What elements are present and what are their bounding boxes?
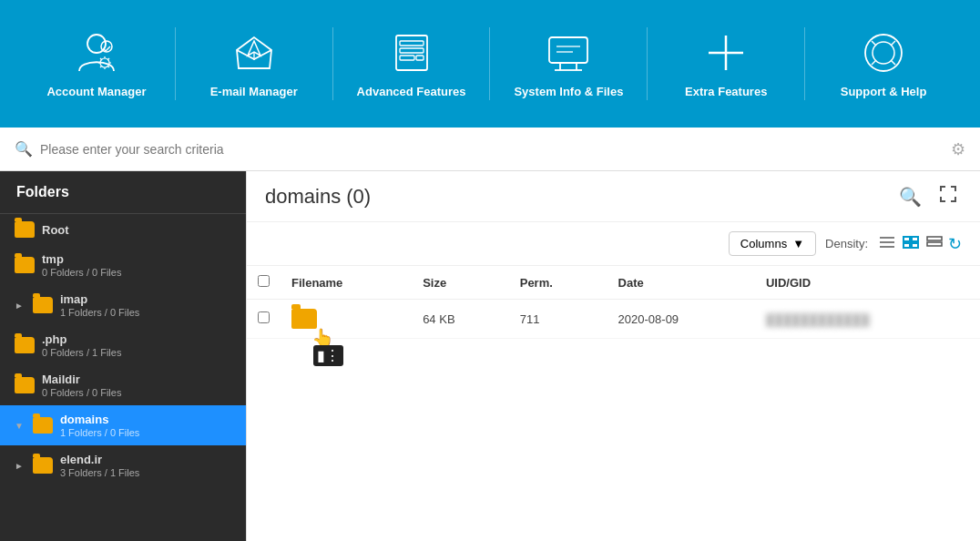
settings-icon[interactable]: ⚙ bbox=[951, 139, 965, 159]
folder-text-imap: imap 1 Folders / 0 Files bbox=[60, 292, 237, 318]
chevron-down-icon-domains: ▼ bbox=[15, 421, 24, 431]
file-header-actions: 🔍 bbox=[895, 182, 962, 210]
cell-date: 2020-08-09 bbox=[607, 300, 755, 339]
columns-dropdown-icon: ▼ bbox=[792, 237, 804, 250]
nav-item-extra-features-label: Extra Features bbox=[685, 85, 767, 100]
search-input[interactable] bbox=[40, 142, 951, 157]
folder-sub-php: 0 Folders / 1 Files bbox=[42, 347, 237, 358]
cell-filename: 👆 ▮⋮ bbox=[281, 300, 412, 339]
folder-title-count: (0) bbox=[346, 185, 371, 208]
folder-name-imap: imap bbox=[60, 292, 237, 306]
sidebar-item-imap[interactable]: ► imap 1 Folders / 0 Files bbox=[0, 285, 246, 325]
density-label: Density: bbox=[825, 237, 868, 250]
folder-text-domains: domains 1 Folders / 0 Files bbox=[60, 413, 237, 438]
files-table: Filename Size Perm. Date UID/GID 👆 bbox=[247, 266, 980, 339]
cell-uid: ▓▓▓▓▓▓▓▓▓▓▓▓ bbox=[755, 300, 980, 339]
svg-rect-16 bbox=[400, 48, 424, 53]
sidebar-item-tmp[interactable]: tmp 0 Folders / 0 Files bbox=[0, 245, 246, 285]
account-manager-icon bbox=[72, 28, 121, 77]
nav-item-email-manager[interactable]: E-mail Manager bbox=[176, 28, 332, 100]
file-table: Filename Size Perm. Date UID/GID 👆 bbox=[247, 266, 980, 541]
folder-text-elend: elend.ir 3 Folders / 1 Files bbox=[60, 453, 237, 478]
sidebar-item-php[interactable]: .php 0 Folders / 1 Files bbox=[0, 325, 246, 365]
folder-cell: 👆 ▮⋮ bbox=[291, 309, 401, 329]
email-manager-icon bbox=[230, 28, 279, 77]
svg-rect-17 bbox=[400, 56, 414, 60]
svg-rect-40 bbox=[927, 237, 942, 240]
density-compact-button[interactable] bbox=[877, 234, 897, 254]
col-header-date: Date bbox=[607, 266, 755, 300]
sidebar-item-domains[interactable]: ▼ domains 1 Folders / 0 Files bbox=[0, 405, 246, 445]
cell-perm: 711 bbox=[509, 300, 607, 339]
columns-button[interactable]: Columns ▼ bbox=[729, 231, 816, 256]
nav-item-account-manager[interactable]: Account Manager bbox=[18, 28, 175, 100]
col-header-perm: Perm. bbox=[509, 266, 607, 300]
folder-icon-domains bbox=[33, 417, 53, 434]
columns-label: Columns bbox=[740, 237, 787, 250]
folder-icon-php bbox=[15, 337, 35, 353]
search-icon: 🔍 bbox=[15, 140, 33, 158]
svg-rect-41 bbox=[927, 242, 942, 246]
col-header-filename: Filename bbox=[281, 266, 412, 300]
folder-sub-elend: 3 Folders / 1 Files bbox=[60, 467, 237, 478]
nav-item-extra-features[interactable]: Extra Features bbox=[648, 28, 804, 100]
svg-point-27 bbox=[865, 35, 902, 71]
folder-icon-root bbox=[15, 221, 35, 238]
nav-item-account-manager-label: Account Manager bbox=[46, 85, 146, 100]
fullscreen-button[interactable] bbox=[934, 182, 962, 210]
nav-item-system-info[interactable]: System Info & Files bbox=[490, 28, 647, 100]
svg-line-9 bbox=[107, 58, 109, 60]
svg-rect-37 bbox=[912, 237, 918, 241]
sidebar: Folders Root tmp 0 Folders / 0 Files ► i… bbox=[0, 171, 246, 541]
mobile-icon: ▮⋮ bbox=[313, 345, 343, 366]
chevron-right-icon-imap: ► bbox=[15, 301, 24, 311]
refresh-button[interactable]: ↻ bbox=[948, 234, 962, 254]
svg-line-29 bbox=[872, 41, 876, 46]
folder-sub-tmp: 0 Folders / 0 Files bbox=[42, 267, 237, 278]
support-help-icon bbox=[859, 28, 908, 77]
nav-item-advanced-features[interactable]: Advanced Features bbox=[333, 28, 490, 100]
nav-item-support-help[interactable]: Support & Help bbox=[805, 28, 962, 100]
search-files-button[interactable]: 🔍 bbox=[895, 182, 925, 210]
svg-rect-36 bbox=[903, 237, 910, 241]
select-all-checkbox[interactable] bbox=[258, 275, 270, 287]
table-row: 👆 ▮⋮ 64 KB 711 2020-08-09 ▓▓▓▓▓▓▓▓▓▓▓▓ bbox=[247, 300, 980, 339]
file-header: domains (0) 🔍 bbox=[247, 171, 980, 222]
svg-line-31 bbox=[891, 41, 895, 46]
sidebar-item-elend-ir[interactable]: ► elend.ir 3 Folders / 1 Files bbox=[0, 445, 246, 485]
density-comfortable-button[interactable] bbox=[901, 234, 921, 254]
folder-name-elend: elend.ir bbox=[60, 453, 237, 466]
nav-item-system-info-label: System Info & Files bbox=[514, 85, 623, 100]
extra-features-icon bbox=[701, 28, 750, 77]
folder-name-tmp: tmp bbox=[42, 252, 237, 266]
sidebar-item-root[interactable]: Root bbox=[0, 214, 246, 245]
advanced-features-icon bbox=[387, 28, 436, 77]
folder-icon-imap bbox=[33, 297, 53, 313]
file-content: domains (0) 🔍 Columns ▼ De bbox=[246, 171, 980, 541]
folder-text-maildir: Maildir 0 Folders / 0 Files bbox=[42, 373, 237, 398]
density-spacious-button[interactable] bbox=[924, 234, 944, 254]
chevron-right-icon-elend: ► bbox=[15, 461, 24, 471]
folder-name-domains: domains bbox=[60, 413, 237, 426]
svg-line-7 bbox=[100, 58, 102, 60]
folder-name-php: .php bbox=[42, 332, 237, 346]
file-toolbar: Columns ▼ Density: bbox=[247, 222, 980, 266]
sidebar-item-maildir[interactable]: Maildir 0 Folders / 0 Files bbox=[0, 365, 246, 405]
nav-item-advanced-features-label: Advanced Features bbox=[357, 85, 466, 100]
folder-text-php: .php 0 Folders / 1 Files bbox=[42, 332, 237, 358]
folder-name-root: Root bbox=[42, 223, 237, 237]
table-folder-icon bbox=[291, 309, 317, 329]
svg-line-32 bbox=[872, 60, 876, 65]
folder-text-root: Root bbox=[42, 223, 237, 237]
top-navigation: Account Manager E-mail Manager A bbox=[0, 0, 980, 128]
folder-sub-domains: 1 Folders / 0 Files bbox=[60, 427, 237, 438]
folder-icon-elend bbox=[33, 457, 53, 474]
row-checkbox[interactable] bbox=[258, 311, 270, 323]
svg-line-10 bbox=[100, 66, 102, 67]
svg-rect-19 bbox=[549, 37, 587, 63]
svg-rect-18 bbox=[416, 56, 424, 60]
folder-sub-maildir: 0 Folders / 0 Files bbox=[42, 387, 237, 398]
file-manager-title: domains (0) bbox=[265, 185, 371, 209]
folder-sub-imap: 1 Folders / 0 Files bbox=[60, 307, 237, 318]
sidebar-header: Folders bbox=[0, 171, 246, 214]
